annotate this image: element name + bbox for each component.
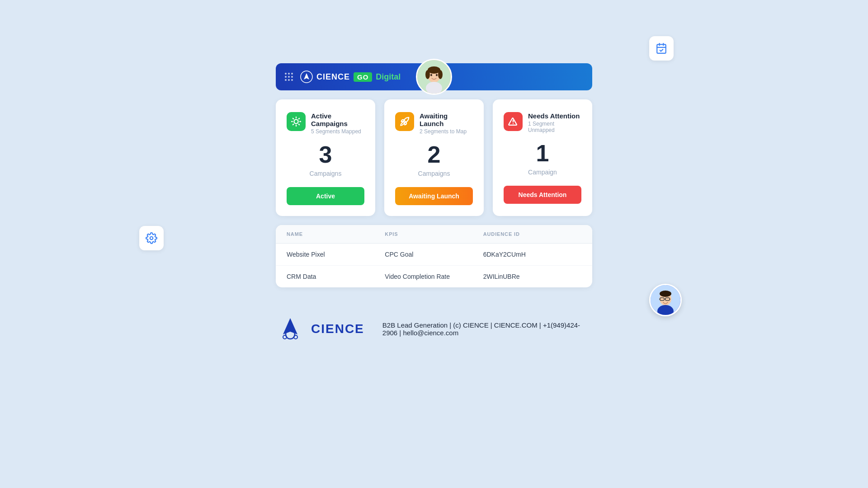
footer-logo: CIENCE [276, 314, 364, 343]
svg-line-22 [293, 124, 293, 125]
footer: CIENCE B2B Lead Generation | (c) CIENCE … [276, 314, 592, 361]
attention-card-subtitle: 1 Segment Unmapped [528, 121, 581, 133]
awaiting-card-subtitle: 2 Segments to Map [420, 128, 473, 135]
svg-point-27 [288, 322, 292, 327]
go-badge: GO [354, 72, 372, 82]
needs-attention-card: Needs Attention 1 Segment Unmapped 1 Cam… [493, 99, 592, 216]
footer-info: B2B Lead Generation | (c) CIENCE | CIENC… [382, 321, 592, 337]
attention-count: 1 [536, 141, 549, 165]
digital-label: Digital [376, 72, 401, 82]
active-campaigns-card: Active Campaigns 5 Segments Mapped 3 Cam… [276, 99, 375, 216]
row1-audience-id: 6DKaY2CUmH [483, 251, 581, 258]
svg-rect-0 [657, 44, 666, 53]
svg-point-4 [150, 237, 153, 240]
svg-point-9 [438, 70, 443, 79]
svg-line-23 [299, 118, 299, 119]
top-user-avatar [416, 59, 452, 95]
active-card-title: Active Campaigns [311, 112, 364, 127]
row2-name: CRM Data [287, 273, 385, 280]
table-row[interactable]: CRM Data Video Completion Rate 2WILinUBR… [276, 266, 592, 287]
attention-label: Campaign [528, 169, 557, 176]
active-card-subtitle: 5 Segments Mapped [311, 128, 364, 135]
footer-text: B2B Lead Generation | (c) CIENCE | CIENC… [382, 321, 580, 337]
row2-kpis: Video Completion Rate [385, 273, 483, 280]
card-header-awaiting: Awaiting Launch 2 Segments to Map [395, 112, 473, 135]
row1-name: Website Pixel [287, 251, 385, 258]
svg-point-15 [294, 119, 298, 123]
card-header-active: Active Campaigns 5 Segments Mapped [287, 112, 364, 135]
card-title-block-active: Active Campaigns 5 Segments Mapped [311, 112, 364, 135]
calendar-button[interactable] [649, 36, 674, 61]
brand-logo: CIENCE GO Digital [300, 70, 401, 83]
active-count: 3 [319, 143, 332, 166]
grid-dots-icon [285, 73, 293, 81]
active-label: Campaigns [310, 170, 342, 177]
footer-brand: CIENCE [311, 322, 364, 336]
svg-point-12 [436, 74, 438, 76]
svg-line-19 [299, 124, 299, 125]
svg-point-32 [660, 291, 671, 297]
audience-table: NAME KPIS AUDIENCE ID Website Pixel CPC … [276, 225, 592, 287]
table-row[interactable]: Website Pixel CPC Goal 6DKaY2CUmH [276, 244, 592, 266]
svg-point-11 [430, 74, 432, 76]
attention-icon [504, 112, 523, 131]
card-title-block-attention: Needs Attention 1 Segment Unmapped [528, 112, 581, 133]
row2-audience-id: 2WILinUBRe [483, 273, 581, 280]
table-header: NAME KPIS AUDIENCE ID [276, 225, 592, 244]
card-header-attention: Needs Attention 1 Segment Unmapped [504, 112, 581, 133]
col-name: NAME [287, 231, 385, 237]
attention-button[interactable]: Needs Attention [504, 186, 581, 204]
settings-button[interactable] [139, 226, 164, 250]
campaign-cards-row: Active Campaigns 5 Segments Mapped 3 Cam… [276, 99, 592, 216]
active-icon [287, 112, 306, 131]
active-button[interactable]: Active [287, 187, 364, 205]
awaiting-count: 2 [428, 143, 441, 166]
svg-point-14 [306, 75, 307, 76]
awaiting-icon [395, 112, 414, 131]
awaiting-launch-card: Awaiting Launch 2 Segments to Map 2 Camp… [384, 99, 484, 216]
bottom-user-avatar [649, 284, 682, 316]
col-kpis: KPIS [385, 231, 483, 237]
col-audience-id: AUDIENCE ID [483, 231, 581, 237]
awaiting-card-title: Awaiting Launch [420, 112, 473, 127]
brand-name: CIENCE [316, 72, 350, 82]
page-wrapper: CIENCE GO Digital [0, 0, 868, 488]
awaiting-label: Campaigns [418, 170, 450, 177]
attention-card-title: Needs Attention [528, 112, 581, 120]
awaiting-button[interactable]: Awaiting Launch [395, 187, 473, 205]
svg-line-18 [293, 118, 293, 119]
main-content: CIENCE GO Digital [276, 63, 592, 361]
svg-point-8 [425, 70, 430, 79]
row1-kpis: CPC Goal [385, 251, 483, 258]
card-title-block-awaiting: Awaiting Launch 2 Segments to Map [420, 112, 473, 135]
